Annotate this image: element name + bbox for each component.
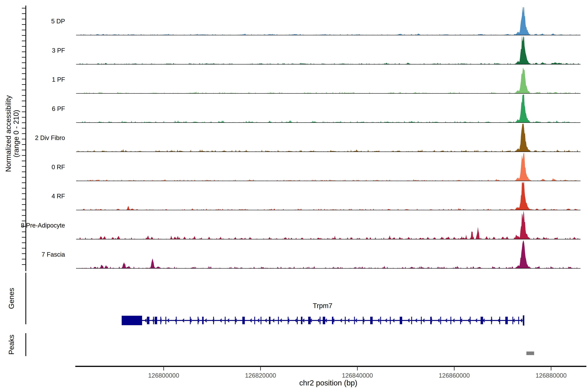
gene-name-label: Trpm7	[313, 302, 332, 310]
x-axis-title: chr2 position (bp)	[299, 378, 357, 387]
x-axis: 1268000001268200001268400001268600001268…	[75, 366, 586, 387]
exon	[153, 317, 154, 324]
exon	[518, 317, 519, 324]
exon	[297, 317, 298, 324]
tracks-panel: 5 DP3 PF1 PF6 PF2 Div Fibro0 RF4 RF8 Pre…	[21, 7, 580, 268]
coverage-track: 6 PF	[52, 95, 580, 123]
coverage-track: 7 Fascia	[42, 240, 580, 268]
exon	[411, 317, 412, 324]
track-signal-area	[76, 153, 580, 181]
coverage-track: 2 Div Fibro	[35, 124, 580, 152]
peak-interval-box	[526, 352, 534, 355]
gene-utr-exon	[122, 316, 142, 325]
y-axis-title-line1: Normalized accessibility	[4, 95, 12, 172]
exon	[345, 317, 346, 324]
x-tick-label: 126820000	[245, 372, 276, 379]
track-label: 1 PF	[52, 76, 65, 83]
peak-intervals	[526, 352, 534, 355]
exon	[176, 317, 177, 324]
exon	[260, 317, 261, 324]
peaks-section-label: Peaks	[7, 335, 15, 354]
exon	[470, 317, 470, 324]
x-axis-ticks: 1268000001268200001268400001268600001268…	[148, 367, 566, 379]
exon	[301, 317, 302, 324]
coverage-track: 0 RF	[52, 153, 580, 181]
exon	[390, 317, 391, 324]
exon	[323, 317, 325, 324]
exon	[440, 317, 441, 324]
track-label: 5 DP	[51, 18, 65, 25]
coverage-track: 3 PF	[52, 36, 580, 64]
exon	[225, 317, 226, 324]
coverage-track: 8 Pre-Adipocyte	[21, 211, 580, 239]
y-axis-title-line2: (range 0 - 210)	[12, 110, 20, 157]
x-tick-label: 126860000	[439, 372, 470, 379]
genes-panel: Genes Trpm7	[7, 273, 524, 326]
track-label: 8 Pre-Adipocyte	[21, 222, 65, 229]
track-label: 4 RF	[52, 193, 65, 200]
coverage-plot-figure: Normalized accessibility (range 0 - 210)…	[0, 0, 588, 392]
track-signal-area	[76, 182, 580, 210]
track-signal-area	[76, 7, 580, 35]
track-signal-area	[76, 36, 580, 64]
exon	[254, 317, 255, 324]
exon	[202, 317, 204, 324]
peaks-panel: Peaks	[7, 333, 534, 356]
track-signal-area	[76, 211, 580, 239]
exon	[491, 317, 492, 324]
x-tick-label: 126840000	[342, 372, 373, 379]
exon	[380, 317, 381, 324]
exon	[155, 317, 157, 324]
exon	[147, 317, 150, 324]
exon	[278, 317, 279, 324]
track-label: 2 Div Fibro	[35, 134, 65, 141]
x-tick-label: 126880000	[536, 372, 566, 379]
exon	[213, 317, 214, 324]
track-label: 0 RF	[52, 164, 65, 170]
x-tick-label: 126800000	[148, 372, 179, 379]
track-label: 7 Fascia	[42, 251, 65, 258]
track-signal-area	[76, 240, 580, 268]
gene-model	[122, 316, 524, 326]
exon	[269, 317, 270, 324]
coverage-track: 5 DP	[51, 7, 580, 35]
exon	[499, 317, 500, 324]
coverage-track: 1 PF	[52, 68, 580, 94]
exon	[166, 317, 166, 324]
exon	[421, 317, 422, 324]
y-axis: Normalized accessibility (range 0 - 210)	[4, 6, 26, 271]
track-signal-area	[76, 68, 580, 94]
track-label: 3 PF	[52, 47, 65, 54]
exon	[354, 317, 355, 324]
track-label: 6 PF	[52, 105, 65, 112]
genes-section-label: Genes	[7, 288, 15, 309]
exon	[450, 317, 451, 324]
coverage-track: 4 RF	[52, 182, 580, 210]
gene-end-bar	[523, 316, 524, 326]
track-signal-area	[76, 95, 580, 123]
track-signal-area	[76, 124, 580, 152]
exon	[320, 317, 320, 324]
